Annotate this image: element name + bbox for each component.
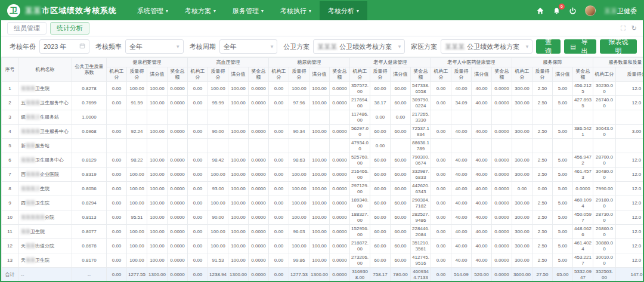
row-index-cell: 6 [2,153,18,168]
top-navbar: 卫 某某市区域绩效考核系统 系统管理▾ 考核方案▾ 服务管理▾ 考核执行▾ 考核… [1,1,643,20]
value-cell: 100.00 [309,153,330,168]
nav-item-assessment-execution[interactable]: 考核执行▾ [272,1,320,20]
value-cell: 300.00 [512,82,532,96]
institution-name-redacted: 某某卫 [26,114,40,120]
report-table-container[interactable]: 序号机构名称公共卫生质量系数健康档案管理高血压管理糖尿病管理老年人健康管理老年人… [1,57,643,281]
value-cell: 100.00 [309,210,330,225]
value-cell: 0.0000 [249,239,269,253]
value-cell: 0.0000 [492,168,512,182]
institution-name-redacted: 某某某 [21,157,35,163]
value-cell: 0.0000 [249,225,269,239]
year-filter-input[interactable]: 2023 年 [39,39,89,54]
value-cell: 456.9472 [573,153,593,168]
value-cell: 0.0000 [249,153,269,168]
value-cell: 0.0000 [249,168,269,182]
refresh-icon[interactable]: ↻ [631,24,637,32]
table-row: 3观某某卫生服务站1.0000117486.000.000.00217265.3… [2,110,643,125]
value-cell [573,110,593,125]
bell-icon[interactable]: 6 [553,7,561,15]
value-cell: 100.00 [208,168,228,182]
value-cell: 12.0 [616,168,643,182]
value-cell: 332987.6833 [411,168,431,182]
value-cell: 0.00 [107,210,127,225]
value-cell [330,110,350,125]
value-cell: 453.2217 [573,253,593,268]
value-cell: 100.00 [228,125,249,139]
table-row: 6某某某卫生服务中心0.81290.0098.22100.000.00000.0… [2,153,643,168]
value-cell: 0.0000 [168,210,188,225]
nav-item-service-management[interactable]: 服务管理▾ [224,1,272,20]
column-header: 机构名称 [18,58,72,82]
group-header: 高血压管理 [188,58,269,67]
tab-member-management[interactable]: 组员管理 [7,22,47,35]
value-cell: 0.0000 [249,210,269,225]
username[interactable]: 某某卫健委 [604,7,637,16]
value-cell: 547338.6558 [411,82,431,96]
value-cell: 450.0597 [573,210,593,225]
value-cell: 40.00 [451,210,472,225]
value-cell [451,110,472,125]
fullscreen-icon[interactable]: ⛶ [621,24,626,32]
home-icon[interactable] [536,7,544,15]
total-value-cell: 3169308.00 [350,268,370,281]
value-cell: 427.8935 [573,96,593,110]
institution-name-redacted: 某某某某 [21,129,40,134]
coefficient-cell: 0.8294 [72,196,107,210]
family-doctor-plan-select[interactable]: 某某某 公卫绩效考核方案 ▾ [441,39,532,54]
value-cell: 95.51 [127,210,147,225]
value-cell: 97.96 [289,96,309,110]
coefficient-cell: 0.6968 [72,125,107,139]
value-cell: 60.00 [370,210,391,225]
value-cell: 217694.00 [350,96,370,110]
value-cell: 0.00 [431,225,451,239]
value-cell: 300.00 [512,196,532,210]
nav-item-assessment-plan[interactable]: 考核方案▾ [177,1,224,20]
table-row: 7西某某某企业医院0.83190.00100.00100.000.00000.0… [2,168,643,182]
value-cell: 40.00 [472,168,492,182]
value-cell: 456.2125 [573,82,593,96]
coefficient-cell: 0.8170 [72,253,107,268]
sub-column-header: 质量得分 [532,67,553,82]
value-cell [269,110,289,125]
table-row: 4某某某某卫生服务中心0.69680.0092.24100.000.00000.… [2,125,643,139]
search-button[interactable]: 查询 [536,39,561,54]
power-icon[interactable] [569,7,577,15]
value-cell: 60.00 [370,225,391,239]
value-cell: 100.00 [127,196,147,210]
value-cell: 56297.00 [350,125,370,139]
value-cell: 60.00 [370,125,391,139]
value-cell: 0.00 [107,153,127,168]
public-health-plan-select[interactable]: 某某某 公卫绩效考核方案 ▾ [313,39,405,54]
value-cell [616,110,643,125]
value-cell: 0.00 [370,139,391,153]
total-name-cell: -- [18,268,72,281]
value-cell: 40.00 [451,125,472,139]
report-info-button[interactable]: 报表说明 [600,39,637,54]
nav-item-assessment-analysis[interactable]: 考核分析▾ [320,1,367,20]
export-button[interactable]: ▤导出 [564,39,596,54]
institution-name-visible: 观 [21,114,26,120]
value-cell: 0.0000 [573,182,593,196]
period-select[interactable]: 全年 ▾ [219,39,278,54]
value-cell: 47934.00 [350,139,370,153]
value-cell: 0.00 [188,239,208,253]
value-cell: 300.00 [512,239,532,253]
frequency-filter-label: 考核频率 [95,42,122,51]
value-cell [431,139,451,153]
value-cell: 100.00 [127,182,147,196]
value-cell: 0.0000 [492,210,512,225]
tab-statistical-analysis[interactable]: 统计分析 [50,22,89,35]
value-cell: 0.00 [532,182,553,196]
total-value-cell: 0.0000 [492,268,512,281]
nav-item-system-management[interactable]: 系统管理▾ [129,1,177,20]
value-cell: 100.00 [208,196,228,210]
value-cell: 100.00 [309,239,330,253]
value-cell: 0.00 [188,253,208,268]
value-cell: 0.00 [370,110,391,125]
value-cell: 0.0000 [168,196,188,210]
frequency-select[interactable]: 全年 ▾ [125,39,184,54]
value-cell: 0.00 [188,182,208,196]
user-avatar[interactable] [585,5,596,16]
value-cell [127,110,147,125]
value-cell [532,110,553,125]
